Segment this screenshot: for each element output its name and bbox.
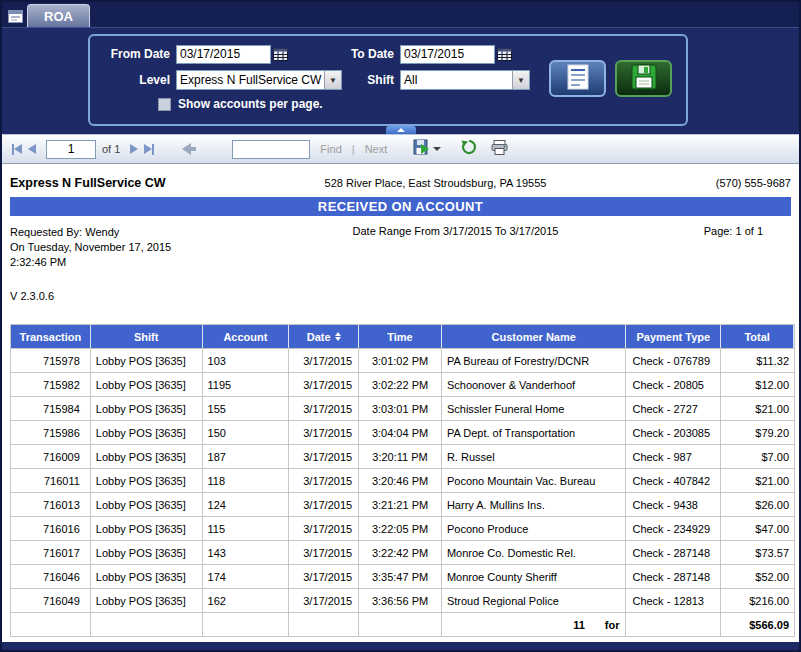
table-cell: 3/17/2015 bbox=[289, 541, 359, 564]
table-cell: 124 bbox=[203, 493, 290, 516]
table-body: 715978Lobby POS [3635]1033/17/20153:01:0… bbox=[11, 348, 794, 612]
table-cell: Check - 2727 bbox=[626, 397, 721, 420]
next-page-button[interactable] bbox=[130, 144, 138, 154]
table-cell: Lobby POS [3635] bbox=[91, 397, 203, 420]
table-cell: Lobby POS [3635] bbox=[91, 517, 203, 540]
chevron-down-icon: ▼ bbox=[324, 71, 341, 89]
find-link[interactable]: Find bbox=[320, 143, 341, 155]
page-number-input[interactable] bbox=[46, 140, 96, 159]
back-to-parent-button[interactable] bbox=[182, 143, 196, 155]
footer-empty-cell bbox=[626, 613, 721, 636]
title-bar: ROA bbox=[2, 2, 799, 28]
table-cell: Lobby POS [3635] bbox=[91, 469, 203, 492]
shift-select[interactable]: All ▼ bbox=[400, 70, 530, 90]
to-date-label: To Date bbox=[342, 47, 394, 61]
table-header-row: Transaction Shift Account Date Time Cust… bbox=[11, 325, 794, 348]
table-cell: 3/17/2015 bbox=[289, 493, 359, 516]
table-cell: 143 bbox=[203, 541, 290, 564]
table-cell: 715984 bbox=[11, 397, 91, 420]
search-input[interactable] bbox=[232, 140, 310, 159]
table-cell: Check - 9438 bbox=[626, 493, 721, 516]
table-cell: Check - 287148 bbox=[626, 565, 721, 588]
col-header-total: Total bbox=[721, 325, 794, 348]
export-button[interactable] bbox=[413, 139, 441, 159]
from-date-input[interactable] bbox=[176, 45, 271, 64]
refresh-icon bbox=[461, 139, 477, 159]
export-icon bbox=[413, 139, 430, 159]
table-row: 716046Lobby POS [3635]1743/17/20153:35:4… bbox=[11, 564, 794, 588]
table-cell: 162 bbox=[203, 589, 290, 612]
chevron-down-icon: ▼ bbox=[512, 71, 529, 89]
report-body: Express N FullService CW 528 River Place… bbox=[2, 164, 799, 642]
table-cell: $52.00 bbox=[721, 565, 794, 588]
table-cell: 115 bbox=[203, 517, 290, 540]
col-header-account: Account bbox=[203, 325, 290, 348]
table-cell: Schissler Funeral Home bbox=[442, 397, 627, 420]
parameters-splitter bbox=[2, 126, 799, 134]
printer-icon bbox=[491, 140, 508, 159]
to-date-input[interactable] bbox=[400, 45, 495, 64]
table-cell: 3/17/2015 bbox=[289, 373, 359, 396]
next-link[interactable]: Next bbox=[365, 143, 388, 155]
table-cell: Pocono Mountain Vac. Bureau bbox=[442, 469, 627, 492]
table-cell: 3:01:02 PM bbox=[359, 349, 442, 372]
collapse-parameters-button[interactable] bbox=[386, 126, 416, 134]
table-cell: $7.00 bbox=[721, 445, 794, 468]
table-cell: $21.00 bbox=[721, 469, 794, 492]
table-cell: Lobby POS [3635] bbox=[91, 565, 203, 588]
table-row: 716013Lobby POS [3635]1243/17/20153:21:2… bbox=[11, 492, 794, 516]
table-cell: 3:02:22 PM bbox=[359, 373, 442, 396]
first-page-button[interactable] bbox=[12, 144, 22, 155]
table-cell: Harry A. Mullins Ins. bbox=[442, 493, 627, 516]
last-page-button[interactable] bbox=[144, 144, 154, 155]
level-select[interactable]: Express N FullService CW ▼ bbox=[176, 70, 342, 90]
table-cell: 3/17/2015 bbox=[289, 445, 359, 468]
shift-label: Shift bbox=[342, 73, 394, 87]
table-cell: Lobby POS [3635] bbox=[91, 349, 203, 372]
to-date-calendar-icon[interactable] bbox=[497, 47, 512, 61]
table-cell: 3/17/2015 bbox=[289, 469, 359, 492]
table-cell: 716009 bbox=[11, 445, 91, 468]
table-cell: 3:36:56 PM bbox=[359, 589, 442, 612]
view-report-button[interactable] bbox=[549, 60, 606, 97]
page-count-label: of 1 bbox=[102, 143, 120, 155]
table-cell: 3:21:21 PM bbox=[359, 493, 442, 516]
company-address: 528 River Place, East Stroudsburg, PA 19… bbox=[240, 177, 631, 189]
save-button[interactable] bbox=[615, 60, 672, 97]
table-row: 715982Lobby POS [3635]11953/17/20153:02:… bbox=[11, 372, 794, 396]
show-accounts-checkbox[interactable] bbox=[158, 98, 171, 111]
floppy-disk-icon bbox=[631, 64, 657, 93]
footer-empty-cell bbox=[11, 613, 91, 636]
footer-empty-cell bbox=[359, 613, 442, 636]
parameters-panel: From Date To Date Level Express N FullSe… bbox=[88, 34, 688, 126]
col-header-date[interactable]: Date bbox=[289, 325, 359, 348]
chevron-down-icon bbox=[433, 147, 441, 151]
print-button[interactable] bbox=[491, 140, 508, 159]
table-cell: 118 bbox=[203, 469, 290, 492]
from-date-calendar-icon[interactable] bbox=[273, 47, 288, 61]
table-row: 715978Lobby POS [3635]1033/17/20153:01:0… bbox=[11, 348, 794, 372]
table-cell: $73.57 bbox=[721, 541, 794, 564]
table-row: 716011Lobby POS [3635]1183/17/20153:20:4… bbox=[11, 468, 794, 492]
table-cell: $11.32 bbox=[721, 349, 794, 372]
table-cell: 715978 bbox=[11, 349, 91, 372]
table-cell: 3:20:11 PM bbox=[359, 445, 442, 468]
table-cell: $21.00 bbox=[721, 397, 794, 420]
table-row: 716016Lobby POS [3635]1153/17/20153:22:0… bbox=[11, 516, 794, 540]
table-cell: 716017 bbox=[11, 541, 91, 564]
table-cell: 3:22:42 PM bbox=[359, 541, 442, 564]
footer-empty-cell bbox=[91, 613, 203, 636]
table-cell: Schoonover & Vanderhoof bbox=[442, 373, 627, 396]
table-cell: 3:20:46 PM bbox=[359, 469, 442, 492]
tab-roa[interactable]: ROA bbox=[27, 4, 90, 27]
refresh-button[interactable] bbox=[461, 139, 477, 159]
table-cell: Monroe County Sheriff bbox=[442, 565, 627, 588]
prev-page-button[interactable] bbox=[28, 144, 36, 154]
table-cell: Lobby POS [3635] bbox=[91, 373, 203, 396]
col-header-customer-name: Customer Name bbox=[442, 325, 627, 348]
col-header-time: Time bbox=[359, 325, 442, 348]
shift-select-value: All bbox=[401, 73, 512, 87]
col-header-date-label: Date bbox=[307, 331, 331, 343]
table-cell: $47.00 bbox=[721, 517, 794, 540]
table-cell: Monroe Co. Domestic Rel. bbox=[442, 541, 627, 564]
